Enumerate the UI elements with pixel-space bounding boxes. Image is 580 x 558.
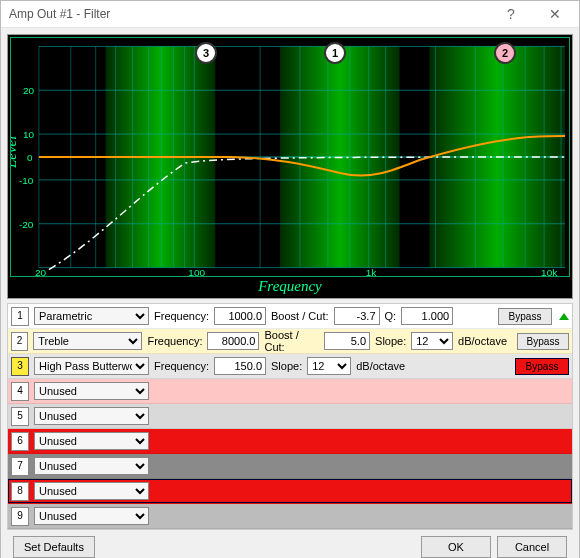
filter-type-select[interactable]: High Pass Butterworth bbox=[34, 357, 149, 375]
row-index[interactable]: 4 bbox=[11, 382, 29, 401]
ytick: -10 bbox=[19, 175, 34, 186]
help-button[interactable]: ? bbox=[489, 1, 533, 27]
boost-input[interactable] bbox=[324, 332, 370, 350]
xlabel: Frequency bbox=[10, 277, 570, 298]
dialog-footer: Set Defaults OK Cancel bbox=[7, 530, 573, 558]
filter-type-select[interactable]: Unused bbox=[34, 507, 149, 525]
filter-type-select[interactable]: Parametric bbox=[34, 307, 149, 325]
boost-label: Boost / Cut: bbox=[271, 310, 328, 322]
slope-label: Slope: bbox=[375, 335, 406, 347]
bypass-button[interactable]: Bypass bbox=[515, 358, 569, 375]
filter-graph[interactable]: 20 10 0 -10 -20 Level 20 100 1k 10k bbox=[10, 37, 570, 277]
xtick: 20 bbox=[35, 267, 47, 276]
ok-button[interactable]: OK bbox=[421, 536, 491, 558]
row-index[interactable]: 2 bbox=[11, 332, 28, 351]
dboct-label: dB/octave bbox=[356, 360, 405, 372]
bypass-button[interactable]: Bypass bbox=[498, 308, 552, 325]
filter-row: 8 Unused bbox=[8, 479, 572, 504]
q-input[interactable] bbox=[401, 307, 453, 325]
filter-row: 5 Unused bbox=[8, 404, 572, 429]
xtick: 100 bbox=[188, 267, 205, 276]
filter-type-select[interactable]: Unused bbox=[34, 482, 149, 500]
boost-input[interactable] bbox=[334, 307, 380, 325]
freq-input[interactable] bbox=[214, 357, 266, 375]
expand-icon[interactable] bbox=[559, 313, 569, 320]
dboct-label: dB/octave bbox=[458, 335, 507, 347]
freq-label: Frequency: bbox=[147, 335, 202, 347]
row-index[interactable]: 1 bbox=[11, 307, 29, 326]
filter-type-select[interactable]: Unused bbox=[34, 457, 149, 475]
dialog-window: Amp Out #1 - Filter ? ✕ bbox=[0, 0, 580, 558]
filter-row: 6 Unused bbox=[8, 429, 572, 454]
bypass-button[interactable]: Bypass bbox=[517, 333, 569, 350]
filter-row: 3 High Pass Butterworth Frequency: Slope… bbox=[8, 354, 572, 379]
window-title: Amp Out #1 - Filter bbox=[9, 7, 110, 21]
filter-row: 7 Unused bbox=[8, 454, 572, 479]
filter-type-select[interactable]: Unused bbox=[34, 407, 149, 425]
filter-row: 9 Unused bbox=[8, 504, 572, 529]
freq-label: Frequency: bbox=[154, 310, 209, 322]
band-marker-1[interactable]: 1 bbox=[324, 42, 346, 64]
row-index[interactable]: 8 bbox=[11, 482, 29, 501]
row-index[interactable]: 6 bbox=[11, 432, 29, 451]
slope-select[interactable]: 12 bbox=[307, 357, 351, 375]
filter-row: 4 Unused bbox=[8, 379, 572, 404]
filter-type-select[interactable]: Unused bbox=[34, 382, 149, 400]
band-marker-2[interactable]: 2 bbox=[494, 42, 516, 64]
row-index[interactable]: 5 bbox=[11, 407, 29, 426]
band-marker-3[interactable]: 3 bbox=[195, 42, 217, 64]
ytick: 10 bbox=[23, 129, 35, 140]
ytick: 0 bbox=[27, 152, 33, 163]
row-index[interactable]: 7 bbox=[11, 457, 29, 476]
filter-row: 2 Treble Frequency: Boost / Cut: Slope: … bbox=[8, 329, 572, 354]
title-bar: Amp Out #1 - Filter ? ✕ bbox=[1, 1, 579, 28]
row-index[interactable]: 9 bbox=[11, 507, 29, 526]
filter-row: 1 Parametric Frequency: Boost / Cut: Q: … bbox=[8, 304, 572, 329]
filter-rows: 1 Parametric Frequency: Boost / Cut: Q: … bbox=[7, 303, 573, 530]
cancel-button[interactable]: Cancel bbox=[497, 536, 567, 558]
boost-label: Boost / Cut: bbox=[264, 329, 319, 353]
ytick: 20 bbox=[23, 85, 35, 96]
close-button[interactable]: ✕ bbox=[533, 1, 577, 27]
ytick: -20 bbox=[19, 219, 34, 230]
row-index[interactable]: 3 bbox=[11, 357, 29, 376]
q-label: Q: bbox=[385, 310, 397, 322]
filter-type-select[interactable]: Treble bbox=[33, 332, 142, 350]
freq-label: Frequency: bbox=[154, 360, 209, 372]
xtick: 10k bbox=[541, 267, 557, 276]
slope-label: Slope: bbox=[271, 360, 302, 372]
graph-panel: 20 10 0 -10 -20 Level 20 100 1k 10k bbox=[7, 34, 573, 299]
ylabel: Level bbox=[11, 136, 19, 169]
set-defaults-button[interactable]: Set Defaults bbox=[13, 536, 95, 558]
freq-input[interactable] bbox=[214, 307, 266, 325]
slope-select[interactable]: 12 bbox=[411, 332, 453, 350]
xtick: 1k bbox=[366, 267, 377, 276]
freq-input[interactable] bbox=[207, 332, 259, 350]
filter-type-select[interactable]: Unused bbox=[34, 432, 149, 450]
